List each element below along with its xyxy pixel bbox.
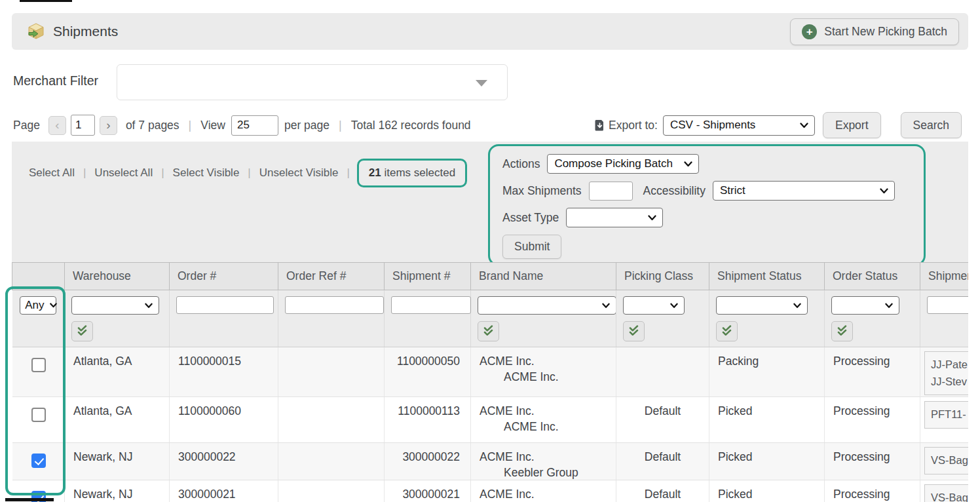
cell-warehouse: Atlanta, GA <box>65 397 170 443</box>
select-chevron-icon <box>648 215 656 221</box>
merchant-filter-label: Merchant Filter <box>13 73 98 88</box>
cell-shipment-tags: VS-Bag <box>920 480 969 502</box>
page-header: Shipments + Start New Picking Batch <box>12 13 968 50</box>
column-header-shipment[interactable]: Shipment <box>920 263 969 290</box>
divider: | <box>248 166 250 180</box>
per-page-input[interactable] <box>231 115 278 136</box>
order-filter-input[interactable] <box>176 296 274 314</box>
table-header-row: WarehouseOrder #Order Ref #Shipment #Bra… <box>12 263 969 290</box>
export-button[interactable]: Export <box>823 112 881 138</box>
column-header-order-status[interactable]: Order Status <box>825 263 920 290</box>
divider: | <box>347 166 349 180</box>
unselect-visible-link[interactable]: Unselect Visible <box>259 166 339 180</box>
warehouse-apply-filter-button[interactable] <box>71 321 93 341</box>
shipment-status-filter-select[interactable] <box>716 296 808 315</box>
column-header-shipment-[interactable]: Shipment # <box>385 263 471 290</box>
selected-count: 21 <box>369 166 381 179</box>
pagination-bar: Page ‹ › of 7 pages | View per page | To… <box>13 112 962 138</box>
merchant-filter-select[interactable] <box>117 64 508 100</box>
warehouse-filter-select[interactable] <box>71 296 159 315</box>
per-page-label: per page <box>284 119 330 132</box>
order-status-filter-select[interactable] <box>831 296 899 315</box>
cell-shipment-number: 1100000113 <box>385 397 471 443</box>
page-number-input[interactable] <box>71 115 95 136</box>
actions-form-annotation: Actions Compose Picking Batch Max Shipme… <box>488 144 926 266</box>
column-header-order-ref-[interactable]: Order Ref # <box>278 263 385 290</box>
bottom-artifact-line <box>5 498 54 501</box>
dropdown-arrow-icon <box>476 80 487 87</box>
brand-line-1: ACME Inc. <box>480 404 616 418</box>
brand-apply-filter-button[interactable] <box>478 321 499 341</box>
picking-class-apply-filter-button[interactable] <box>623 321 645 341</box>
max-shipments-input[interactable] <box>589 182 633 201</box>
brand-line-1: ACME Inc. <box>480 488 616 501</box>
column-header-brand-name[interactable]: Brand Name <box>471 263 616 290</box>
cell-order-number: 300000021 <box>170 480 278 502</box>
shipment-tag: VS-Bag <box>924 447 968 474</box>
select-all-link[interactable]: Select All <box>29 166 75 180</box>
unselect-all-link[interactable]: Unselect All <box>94 166 153 180</box>
start-new-picking-batch-button[interactable]: + Start New Picking Batch <box>790 18 959 45</box>
order-ref-filter-input[interactable] <box>285 296 384 314</box>
next-page-button[interactable]: › <box>100 116 117 135</box>
cell-picking-class: Default <box>616 480 709 502</box>
row-select-checkbox[interactable] <box>31 358 46 372</box>
shipments-page: Shipments + Start New Picking Batch Merc… <box>0 0 980 502</box>
select-chevron-icon <box>145 303 153 309</box>
select-visible-link[interactable]: Select Visible <box>173 166 240 180</box>
order-status-apply-filter-button[interactable] <box>831 321 853 341</box>
cell-shipment-number: 300000021 <box>385 480 471 502</box>
submit-button[interactable]: Submit <box>502 235 561 259</box>
cell-shipment-status: Packing <box>709 347 825 397</box>
cell-picking-class: Default <box>616 443 709 480</box>
cell-brand-name: ACME Inc.Keebler Group <box>471 480 616 502</box>
shipment-tag: JJ-PateJJ-Stev <box>924 351 968 395</box>
column-header-warehouse[interactable]: Warehouse <box>65 263 170 290</box>
double-check-icon <box>76 325 88 338</box>
picking-class-filter-select[interactable] <box>623 296 685 315</box>
last-column-filter-input[interactable] <box>927 296 968 314</box>
divider: | <box>83 166 86 180</box>
cell-order-status: Processing <box>825 443 920 480</box>
of-pages-label: of 7 pages <box>126 119 179 132</box>
cell-order-status: Processing <box>825 480 920 502</box>
any-filter-select[interactable]: Any <box>20 296 56 315</box>
double-check-icon <box>482 325 495 338</box>
page-label: Page <box>13 119 40 132</box>
prev-page-button[interactable]: ‹ <box>48 116 66 135</box>
brand-line-2: ACME Inc. <box>480 418 616 434</box>
selected-count-label: items selected <box>385 166 456 179</box>
page-title: Shipments <box>53 24 118 39</box>
table-row: Atlanta, GA11000000151100000050ACME Inc.… <box>12 347 969 397</box>
accessibility-label: Accessibility <box>643 184 706 198</box>
cell-picking-class: Default <box>616 397 709 443</box>
cell-shipment-status: Picked <box>709 480 825 502</box>
brand-line-1: ACME Inc. <box>480 355 616 368</box>
cell-select <box>12 443 65 480</box>
column-header-shipment-status[interactable]: Shipment Status <box>709 263 825 290</box>
row-select-checkbox[interactable] <box>31 408 46 422</box>
cell-shipment-tags: JJ-PateJJ-Stev <box>920 347 969 397</box>
cell-shipment-number: 1100000050 <box>385 347 471 397</box>
brand-filter-select[interactable] <box>478 296 616 315</box>
cell-order-ref <box>278 397 385 443</box>
shipment-tag: PFT11- <box>924 401 968 429</box>
export-file-icon <box>595 119 605 131</box>
package-icon <box>28 23 45 40</box>
accessibility-select[interactable]: Strict <box>713 181 895 201</box>
column-header-select <box>12 263 65 290</box>
column-header-picking-class[interactable]: Picking Class <box>616 263 709 290</box>
select-chevron-icon <box>670 303 678 309</box>
asset-type-select[interactable] <box>566 208 663 227</box>
column-header-order-[interactable]: Order # <box>170 263 278 290</box>
shipment-filter-input[interactable] <box>391 296 471 314</box>
export-format-select[interactable]: CSV - Shipments <box>663 115 815 136</box>
shipment-status-apply-filter-button[interactable] <box>716 321 738 341</box>
cell-brand-name: ACME Inc.ACME Inc. <box>471 347 616 397</box>
actions-select[interactable]: Compose Picking Batch <box>547 154 699 174</box>
cell-brand-name: ACME Inc.Keebler Group <box>471 443 616 480</box>
select-chevron-icon <box>800 123 808 128</box>
row-select-checkbox[interactable] <box>31 454 46 468</box>
export-format-value: CSV - Shipments <box>670 119 755 132</box>
search-button[interactable]: Search <box>901 112 962 138</box>
